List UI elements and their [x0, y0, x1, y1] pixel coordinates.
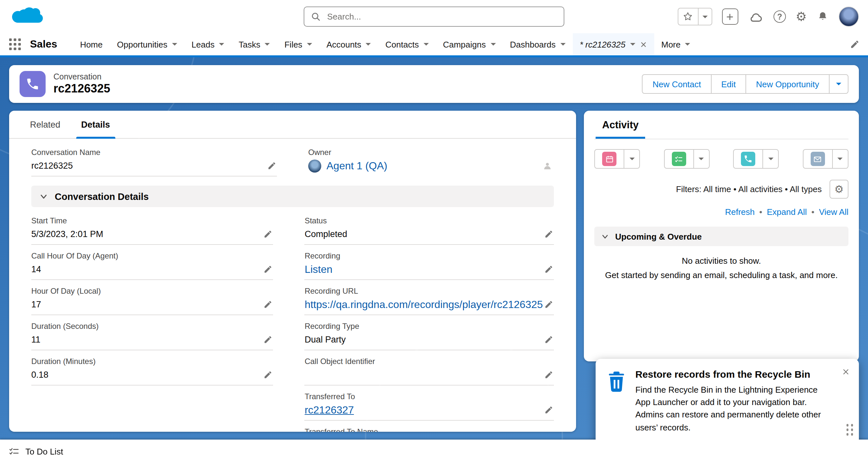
email-group: [803, 149, 848, 169]
app-launcher-icon[interactable]: [9, 38, 21, 50]
edit-button[interactable]: Edit: [711, 74, 746, 94]
favorites-dropdown-icon[interactable]: [698, 8, 712, 25]
edit-pencil-icon[interactable]: [262, 264, 273, 275]
field-recording: Recording Listen: [305, 251, 554, 280]
edit-pencil-icon[interactable]: [543, 264, 554, 275]
edit-pencil-icon[interactable]: [543, 229, 554, 240]
record-header-card: Conversation rc2126325 New Contact Edit …: [9, 65, 859, 103]
recycle-bin-trash-icon: [606, 369, 627, 434]
chevron-down-icon[interactable]: [172, 43, 177, 45]
global-actions-plus-icon[interactable]: [722, 8, 738, 25]
edit-pencil-icon[interactable]: [262, 229, 273, 240]
log-a-call-dropdown[interactable]: [764, 149, 779, 169]
field-conversation-name: Conversation Name rc2126325: [31, 148, 277, 176]
nav-item-leads[interactable]: Leads: [184, 33, 232, 55]
upcoming-overdue-section[interactable]: Upcoming & Overdue: [594, 227, 848, 246]
section-conversation-details[interactable]: Conversation Details: [31, 186, 554, 207]
log-a-call-button[interactable]: [734, 149, 764, 169]
nav-item-campaigns[interactable]: Campaigns: [436, 33, 503, 55]
nav-item-contacts[interactable]: Contacts: [378, 33, 436, 55]
nav-tab-rc2126325-active[interactable]: * rc2126325: [572, 33, 654, 55]
section-title: Conversation Details: [55, 191, 149, 202]
email-dropdown[interactable]: [833, 149, 848, 169]
search-input[interactable]: [326, 11, 557, 22]
field-label: Owner: [308, 148, 554, 157]
activity-filters-row: Filters: All time • All activities • All…: [594, 180, 848, 199]
edit-pencil-icon[interactable]: [543, 369, 554, 380]
empty-state-subtitle: Get started by sending an email, schedul…: [594, 270, 848, 280]
setup-gear-icon[interactable]: ⚙: [796, 10, 807, 23]
chevron-down-icon[interactable]: [490, 43, 496, 45]
view-all-link[interactable]: View All: [819, 207, 848, 217]
edit-pencil-icon[interactable]: [266, 160, 277, 171]
transferred-to-link[interactable]: rc2126327: [305, 404, 354, 416]
recording-url-link[interactable]: https://qa.ringdna.com/recordings/player…: [305, 299, 543, 310]
new-event-dropdown[interactable]: [624, 149, 640, 169]
edit-pencil-icon[interactable]: [543, 334, 554, 345]
activity-composer: [594, 149, 848, 169]
refresh-link[interactable]: Refresh: [725, 207, 754, 217]
field-label: Duration (Minutes): [31, 357, 273, 366]
edit-pencil-icon[interactable]: [262, 369, 273, 380]
new-task-dropdown[interactable]: [694, 149, 709, 169]
edit-pencil-icon[interactable]: [543, 299, 554, 310]
chevron-down-icon[interactable]: [423, 43, 429, 45]
global-header: ? ⚙: [0, 0, 868, 33]
edit-pencil-icon[interactable]: [262, 299, 273, 310]
edit-navigation-pencil-icon[interactable]: [850, 40, 859, 49]
field-label: Transferred To: [305, 392, 554, 401]
chevron-down-icon[interactable]: [366, 43, 371, 45]
expand-all-link[interactable]: Expand All: [767, 207, 807, 217]
utility-bar-todo-list[interactable]: To Do List: [0, 439, 868, 463]
field-label: Recording: [305, 251, 554, 261]
salesforce-logo: [9, 4, 47, 30]
close-icon[interactable]: [839, 365, 852, 378]
new-opportunity-button[interactable]: New Opportunity: [745, 74, 830, 94]
chevron-down-icon[interactable]: [560, 43, 565, 45]
field-value: 11: [31, 335, 40, 344]
email-button[interactable]: [803, 149, 833, 169]
user-avatar[interactable]: [839, 6, 859, 27]
favorites-group: [678, 8, 712, 25]
nav-item-tasks[interactable]: Tasks: [232, 33, 277, 55]
nav-item-label: Accounts: [327, 39, 361, 49]
nav-item-dashboards[interactable]: Dashboards: [503, 33, 572, 55]
drag-handle-icon[interactable]: [846, 424, 853, 435]
tab-related[interactable]: Related: [20, 111, 71, 138]
activity-settings-gear-icon[interactable]: ⚙: [830, 180, 848, 199]
filters-summary[interactable]: Filters: All time • All activities • All…: [676, 184, 822, 194]
new-contact-button[interactable]: New Contact: [642, 74, 712, 94]
owner-link[interactable]: Agent 1 (QA): [327, 160, 388, 172]
recording-listen-link[interactable]: Listen: [305, 263, 332, 275]
chevron-down-icon[interactable]: [307, 43, 312, 45]
guidance-center-icon[interactable]: [748, 9, 764, 24]
nav-item-more[interactable]: More: [654, 33, 697, 55]
edit-pencil-icon[interactable]: [262, 334, 273, 345]
record-entity-label: Conversation: [54, 72, 110, 81]
help-icon[interactable]: ?: [774, 10, 786, 23]
chevron-down-icon[interactable]: [265, 43, 270, 45]
field-value: 14: [31, 264, 41, 274]
change-owner-icon[interactable]: [541, 159, 554, 172]
chevron-down-icon[interactable]: [219, 43, 224, 45]
close-tab-icon[interactable]: [640, 41, 647, 48]
nav-item-home[interactable]: Home: [73, 33, 110, 55]
notifications-bell-icon[interactable]: [816, 10, 829, 24]
app-name[interactable]: Sales: [30, 38, 57, 50]
field-duration-seconds: Duration (Seconds) 11: [31, 322, 273, 350]
nav-item-accounts[interactable]: Accounts: [319, 33, 378, 55]
chevron-down-icon[interactable]: [685, 43, 690, 45]
new-task-button[interactable]: [664, 149, 694, 169]
field-recording-url: Recording URL https://qa.ringdna.com/rec…: [305, 287, 554, 315]
tab-details[interactable]: Details: [71, 111, 121, 138]
chevron-down-icon[interactable]: [630, 43, 635, 45]
favorites-star-icon[interactable]: [678, 8, 698, 25]
activity-title[interactable]: Activity: [596, 119, 645, 139]
new-event-button[interactable]: [594, 149, 624, 169]
chevron-down-icon: [836, 83, 841, 85]
field-transferred-to: Transferred To rc2126327: [305, 392, 554, 421]
more-actions-dropdown-button[interactable]: [829, 74, 848, 94]
nav-item-files[interactable]: Files: [277, 33, 319, 55]
edit-pencil-icon[interactable]: [543, 404, 554, 416]
nav-item-opportunities[interactable]: Opportunities: [110, 33, 184, 55]
